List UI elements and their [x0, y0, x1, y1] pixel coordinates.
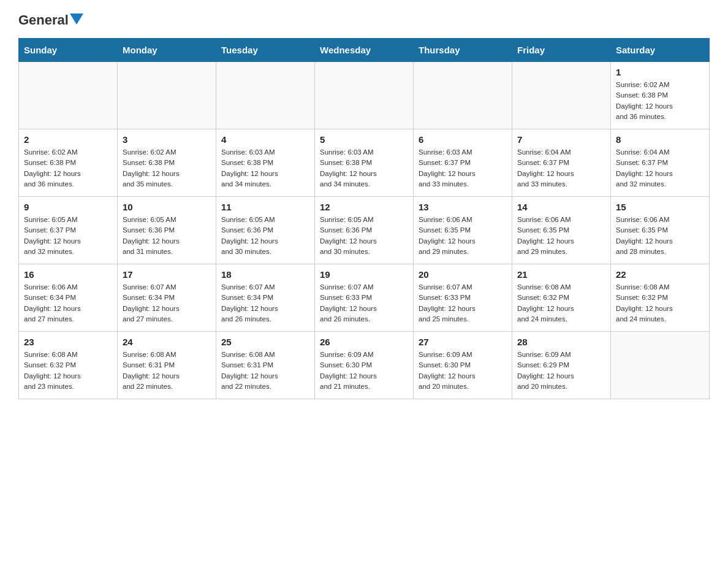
day-number: 21 [517, 269, 605, 280]
day-number: 7 [517, 134, 605, 145]
calendar-cell [414, 62, 512, 129]
calendar-week-row: 16Sunrise: 6:06 AMSunset: 6:34 PMDayligh… [19, 264, 710, 332]
day-info: Sunrise: 6:05 AMSunset: 6:36 PMDaylight:… [221, 215, 309, 257]
day-number: 15 [616, 202, 704, 212]
day-number: 12 [320, 202, 408, 212]
calendar-cell [19, 62, 118, 129]
calendar-cell: 15Sunrise: 6:06 AMSunset: 6:35 PMDayligh… [611, 197, 710, 264]
calendar-cell: 27Sunrise: 6:09 AMSunset: 6:30 PMDayligh… [414, 332, 512, 399]
weekday-header-wednesday: Wednesday [315, 39, 414, 62]
weekday-header-row: SundayMondayTuesdayWednesdayThursdayFrid… [19, 39, 710, 62]
day-number: 1 [616, 67, 704, 77]
day-info: Sunrise: 6:06 AMSunset: 6:35 PMDaylight:… [419, 215, 507, 257]
day-info: Sunrise: 6:07 AMSunset: 6:33 PMDaylight:… [419, 282, 507, 324]
calendar-cell: 1Sunrise: 6:02 AMSunset: 6:38 PMDaylight… [611, 62, 710, 129]
day-number: 4 [221, 134, 309, 145]
day-number: 3 [123, 134, 211, 145]
calendar-cell: 19Sunrise: 6:07 AMSunset: 6:33 PMDayligh… [315, 264, 414, 332]
day-info: Sunrise: 6:02 AMSunset: 6:38 PMDaylight:… [24, 147, 112, 190]
day-info: Sunrise: 6:05 AMSunset: 6:37 PMDaylight:… [24, 215, 112, 257]
day-info: Sunrise: 6:04 AMSunset: 6:37 PMDaylight:… [517, 147, 605, 190]
calendar-cell: 11Sunrise: 6:05 AMSunset: 6:36 PMDayligh… [216, 197, 315, 264]
calendar-cell: 7Sunrise: 6:04 AMSunset: 6:37 PMDaylight… [512, 129, 611, 197]
day-info: Sunrise: 6:03 AMSunset: 6:38 PMDaylight:… [320, 147, 408, 190]
calendar-cell: 12Sunrise: 6:05 AMSunset: 6:36 PMDayligh… [315, 197, 414, 264]
day-number: 16 [24, 269, 112, 280]
day-number: 20 [419, 269, 507, 280]
day-info: Sunrise: 6:09 AMSunset: 6:30 PMDaylight:… [419, 350, 507, 392]
day-info: Sunrise: 6:03 AMSunset: 6:38 PMDaylight:… [221, 147, 309, 190]
day-number: 6 [419, 134, 507, 145]
calendar-cell: 17Sunrise: 6:07 AMSunset: 6:34 PMDayligh… [118, 264, 216, 332]
day-number: 28 [517, 337, 605, 347]
day-info: Sunrise: 6:02 AMSunset: 6:38 PMDaylight:… [123, 147, 211, 190]
calendar-cell: 3Sunrise: 6:02 AMSunset: 6:38 PMDaylight… [118, 129, 216, 197]
calendar-cell [512, 62, 611, 129]
weekday-header-saturday: Saturday [611, 39, 710, 62]
calendar-cell: 25Sunrise: 6:08 AMSunset: 6:31 PMDayligh… [216, 332, 315, 399]
calendar-cell: 4Sunrise: 6:03 AMSunset: 6:38 PMDaylight… [216, 129, 315, 197]
calendar-cell: 18Sunrise: 6:07 AMSunset: 6:34 PMDayligh… [216, 264, 315, 332]
calendar-cell [611, 332, 710, 399]
calendar-week-row: 2Sunrise: 6:02 AMSunset: 6:38 PMDaylight… [19, 129, 710, 197]
day-info: Sunrise: 6:06 AMSunset: 6:35 PMDaylight:… [616, 215, 704, 257]
day-info: Sunrise: 6:07 AMSunset: 6:34 PMDaylight:… [123, 282, 211, 324]
calendar-week-row: 9Sunrise: 6:05 AMSunset: 6:37 PMDaylight… [19, 197, 710, 264]
logo: General [18, 12, 83, 26]
day-number: 14 [517, 202, 605, 212]
calendar-cell: 9Sunrise: 6:05 AMSunset: 6:37 PMDaylight… [19, 197, 118, 264]
calendar-cell: 28Sunrise: 6:09 AMSunset: 6:29 PMDayligh… [512, 332, 611, 399]
day-info: Sunrise: 6:08 AMSunset: 6:32 PMDaylight:… [517, 282, 605, 324]
calendar-cell: 20Sunrise: 6:07 AMSunset: 6:33 PMDayligh… [414, 264, 512, 332]
day-number: 25 [221, 337, 309, 347]
day-number: 26 [320, 337, 408, 347]
day-number: 9 [24, 202, 112, 212]
weekday-header-thursday: Thursday [414, 39, 512, 62]
weekday-header-tuesday: Tuesday [216, 39, 315, 62]
calendar-cell: 21Sunrise: 6:08 AMSunset: 6:32 PMDayligh… [512, 264, 611, 332]
day-info: Sunrise: 6:07 AMSunset: 6:33 PMDaylight:… [320, 282, 408, 324]
page-header: General [18, 12, 710, 26]
day-number: 22 [616, 269, 704, 280]
logo-triangle-icon [70, 13, 83, 25]
calendar-table: SundayMondayTuesdayWednesdayThursdayFrid… [18, 38, 710, 399]
calendar-cell: 26Sunrise: 6:09 AMSunset: 6:30 PMDayligh… [315, 332, 414, 399]
day-number: 18 [221, 269, 309, 280]
calendar-cell: 22Sunrise: 6:08 AMSunset: 6:32 PMDayligh… [611, 264, 710, 332]
day-info: Sunrise: 6:06 AMSunset: 6:35 PMDaylight:… [517, 215, 605, 257]
day-number: 10 [123, 202, 211, 212]
calendar-cell: 10Sunrise: 6:05 AMSunset: 6:36 PMDayligh… [118, 197, 216, 264]
day-number: 27 [419, 337, 507, 347]
weekday-header-sunday: Sunday [19, 39, 118, 62]
calendar-cell: 23Sunrise: 6:08 AMSunset: 6:32 PMDayligh… [19, 332, 118, 399]
day-info: Sunrise: 6:07 AMSunset: 6:34 PMDaylight:… [221, 282, 309, 324]
day-number: 17 [123, 269, 211, 280]
calendar-cell: 24Sunrise: 6:08 AMSunset: 6:31 PMDayligh… [118, 332, 216, 399]
day-number: 19 [320, 269, 408, 280]
calendar-week-row: 1Sunrise: 6:02 AMSunset: 6:38 PMDaylight… [19, 62, 710, 129]
day-number: 2 [24, 134, 112, 145]
day-number: 5 [320, 134, 408, 145]
calendar-cell: 6Sunrise: 6:03 AMSunset: 6:37 PMDaylight… [414, 129, 512, 197]
calendar-cell: 8Sunrise: 6:04 AMSunset: 6:37 PMDaylight… [611, 129, 710, 197]
calendar-cell [315, 62, 414, 129]
day-info: Sunrise: 6:08 AMSunset: 6:32 PMDaylight:… [24, 350, 112, 392]
day-info: Sunrise: 6:09 AMSunset: 6:30 PMDaylight:… [320, 350, 408, 392]
calendar-cell [216, 62, 315, 129]
weekday-header-monday: Monday [118, 39, 216, 62]
day-info: Sunrise: 6:06 AMSunset: 6:34 PMDaylight:… [24, 282, 112, 324]
calendar-cell: 16Sunrise: 6:06 AMSunset: 6:34 PMDayligh… [19, 264, 118, 332]
day-info: Sunrise: 6:05 AMSunset: 6:36 PMDaylight:… [320, 215, 408, 257]
day-number: 13 [419, 202, 507, 212]
weekday-header-friday: Friday [512, 39, 611, 62]
svg-marker-0 [70, 13, 83, 25]
calendar-cell [118, 62, 216, 129]
calendar-cell: 13Sunrise: 6:06 AMSunset: 6:35 PMDayligh… [414, 197, 512, 264]
day-info: Sunrise: 6:03 AMSunset: 6:37 PMDaylight:… [419, 147, 507, 190]
day-info: Sunrise: 6:08 AMSunset: 6:31 PMDaylight:… [123, 350, 211, 392]
day-number: 23 [24, 337, 112, 347]
day-info: Sunrise: 6:02 AMSunset: 6:38 PMDaylight:… [616, 80, 704, 122]
day-number: 11 [221, 202, 309, 212]
day-info: Sunrise: 6:05 AMSunset: 6:36 PMDaylight:… [123, 215, 211, 257]
day-number: 8 [616, 134, 704, 145]
